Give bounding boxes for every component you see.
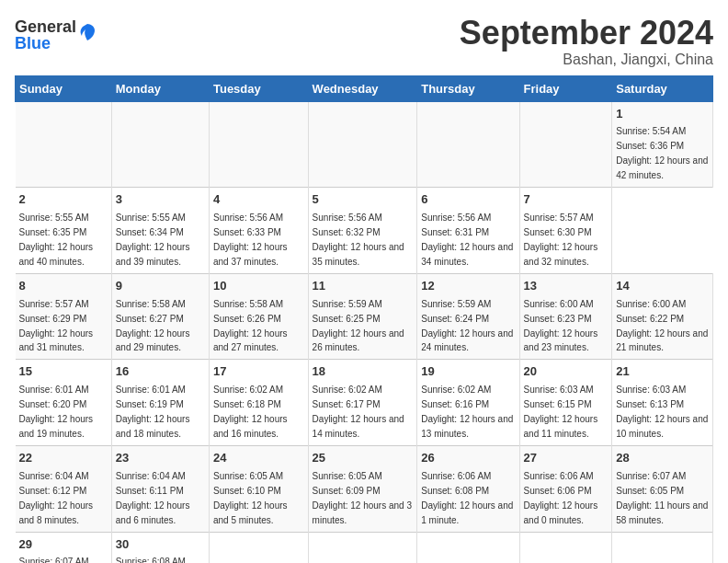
day-info: Sunrise: 5:59 AMSunset: 6:25 PMDaylight:…	[313, 299, 404, 353]
day-number: 5	[313, 191, 414, 209]
logo-bird-icon	[78, 22, 97, 44]
col-thursday: Thursday	[417, 75, 519, 101]
col-friday: Friday	[519, 75, 612, 101]
calendar-cell	[209, 532, 308, 563]
day-info: Sunrise: 6:01 AMSunset: 6:20 PMDaylight:…	[19, 385, 94, 439]
day-number: 28	[616, 450, 709, 467]
day-info: Sunrise: 5:57 AMSunset: 6:30 PMDaylight:…	[524, 213, 598, 267]
calendar-cell	[308, 101, 417, 188]
day-info: Sunrise: 6:06 AMSunset: 6:08 PMDaylight:…	[421, 471, 513, 525]
day-number: 26	[421, 450, 515, 467]
calendar-cell: 25Sunrise: 6:05 AMSunset: 6:09 PMDayligh…	[308, 445, 417, 532]
logo-blue: Blue	[15, 35, 76, 52]
calendar-cell	[519, 101, 612, 188]
day-info: Sunrise: 5:55 AMSunset: 6:34 PMDaylight:…	[116, 213, 190, 267]
calendar-cell: 12Sunrise: 5:59 AMSunset: 6:24 PMDayligh…	[417, 273, 519, 360]
day-number: 25	[313, 450, 414, 467]
month-title: September 2024	[460, 15, 713, 52]
col-saturday: Saturday	[612, 75, 713, 101]
calendar-cell: 23Sunrise: 6:04 AMSunset: 6:11 PMDayligh…	[111, 445, 209, 532]
day-info: Sunrise: 6:02 AMSunset: 6:17 PMDaylight:…	[313, 385, 404, 439]
calendar-cell: 3Sunrise: 5:55 AMSunset: 6:34 PMDaylight…	[111, 188, 209, 274]
day-number: 27	[524, 450, 609, 467]
week-row-5: 22Sunrise: 6:04 AMSunset: 6:12 PMDayligh…	[16, 445, 713, 532]
day-number: 15	[19, 363, 108, 381]
day-number: 17	[213, 363, 304, 381]
calendar-cell	[308, 532, 417, 563]
calendar-cell: 21Sunrise: 6:03 AMSunset: 6:13 PMDayligh…	[612, 360, 713, 446]
day-info: Sunrise: 6:00 AMSunset: 6:23 PMDaylight:…	[524, 299, 598, 353]
calendar-cell: 24Sunrise: 6:05 AMSunset: 6:10 PMDayligh…	[209, 445, 308, 532]
logo-text: General Blue	[15, 18, 76, 52]
day-number: 8	[19, 278, 108, 295]
calendar-cell: 8Sunrise: 5:57 AMSunset: 6:29 PMDaylight…	[16, 273, 112, 360]
day-info: Sunrise: 6:05 AMSunset: 6:09 PMDaylight:…	[313, 471, 412, 525]
day-number: 7	[524, 191, 609, 209]
day-info: Sunrise: 5:56 AMSunset: 6:33 PMDaylight:…	[213, 213, 288, 267]
day-number: 21	[616, 363, 709, 381]
day-number: 2	[19, 191, 108, 209]
col-wednesday: Wednesday	[308, 75, 417, 101]
calendar-cell	[111, 101, 209, 188]
day-number: 30	[116, 536, 205, 554]
calendar-cell: 5Sunrise: 5:56 AMSunset: 6:32 PMDaylight…	[308, 188, 417, 274]
day-number: 23	[116, 450, 205, 467]
day-info: Sunrise: 5:58 AMSunset: 6:27 PMDaylight:…	[116, 299, 190, 353]
day-info: Sunrise: 6:07 AMSunset: 6:04 PMDaylight:…	[19, 557, 94, 563]
day-number: 24	[213, 450, 304, 467]
day-number: 3	[116, 191, 205, 209]
day-number: 12	[421, 278, 515, 295]
week-row-6: 29Sunrise: 6:07 AMSunset: 6:04 PMDayligh…	[16, 532, 713, 563]
day-info: Sunrise: 6:00 AMSunset: 6:22 PMDaylight:…	[616, 299, 708, 353]
header-row: Sunday Monday Tuesday Wednesday Thursday…	[16, 75, 713, 101]
calendar-cell: 28Sunrise: 6:07 AMSunset: 6:05 PMDayligh…	[612, 445, 713, 532]
day-number: 9	[116, 278, 205, 295]
day-number: 10	[213, 278, 304, 295]
day-number: 19	[421, 363, 515, 381]
day-info: Sunrise: 6:04 AMSunset: 6:12 PMDaylight:…	[19, 471, 94, 525]
day-number: 6	[421, 191, 515, 209]
calendar-cell: 13Sunrise: 6:00 AMSunset: 6:23 PMDayligh…	[519, 273, 612, 360]
day-number: 16	[116, 363, 205, 381]
col-tuesday: Tuesday	[209, 75, 308, 101]
day-number: 13	[524, 278, 609, 295]
calendar-cell: 30Sunrise: 6:08 AMSunset: 6:03 PMDayligh…	[111, 532, 209, 563]
calendar-cell: 9Sunrise: 5:58 AMSunset: 6:27 PMDaylight…	[111, 273, 209, 360]
day-info: Sunrise: 6:03 AMSunset: 6:13 PMDaylight:…	[616, 385, 708, 439]
calendar-cell	[16, 101, 112, 188]
day-info: Sunrise: 6:01 AMSunset: 6:19 PMDaylight:…	[116, 385, 190, 439]
day-info: Sunrise: 5:57 AMSunset: 6:29 PMDaylight:…	[19, 299, 94, 353]
calendar-cell: 16Sunrise: 6:01 AMSunset: 6:19 PMDayligh…	[111, 360, 209, 446]
day-info: Sunrise: 6:02 AMSunset: 6:18 PMDaylight:…	[213, 385, 288, 439]
calendar-cell: 27Sunrise: 6:06 AMSunset: 6:06 PMDayligh…	[519, 445, 612, 532]
week-row-4: 15Sunrise: 6:01 AMSunset: 6:20 PMDayligh…	[16, 360, 713, 446]
day-info: Sunrise: 6:03 AMSunset: 6:15 PMDaylight:…	[524, 385, 598, 439]
calendar-cell	[417, 532, 519, 563]
day-info: Sunrise: 6:06 AMSunset: 6:06 PMDaylight:…	[524, 471, 598, 525]
calendar-cell: 10Sunrise: 5:58 AMSunset: 6:26 PMDayligh…	[209, 273, 308, 360]
day-info: Sunrise: 6:08 AMSunset: 6:03 PMDaylight:…	[116, 557, 190, 563]
day-number: 11	[313, 278, 414, 295]
day-info: Sunrise: 5:55 AMSunset: 6:35 PMDaylight:…	[19, 213, 94, 267]
day-number: 20	[524, 363, 609, 381]
day-number: 14	[616, 278, 709, 295]
calendar-cell: 19Sunrise: 6:02 AMSunset: 6:16 PMDayligh…	[417, 360, 519, 446]
day-number: 1	[616, 106, 709, 123]
calendar-cell	[612, 532, 713, 563]
logo: General Blue	[15, 18, 97, 52]
calendar-cell	[519, 532, 612, 563]
col-sunday: Sunday	[16, 75, 112, 101]
day-number: 4	[213, 191, 304, 209]
day-number: 29	[19, 536, 108, 554]
calendar-cell	[209, 101, 308, 188]
day-info: Sunrise: 6:05 AMSunset: 6:10 PMDaylight:…	[213, 471, 288, 525]
calendar-cell: 18Sunrise: 6:02 AMSunset: 6:17 PMDayligh…	[308, 360, 417, 446]
day-info: Sunrise: 5:56 AMSunset: 6:31 PMDaylight:…	[421, 213, 513, 267]
day-info: Sunrise: 5:56 AMSunset: 6:32 PMDaylight:…	[313, 213, 404, 267]
calendar-cell: 26Sunrise: 6:06 AMSunset: 6:08 PMDayligh…	[417, 445, 519, 532]
calendar-cell: 4Sunrise: 5:56 AMSunset: 6:33 PMDaylight…	[209, 188, 308, 274]
calendar-cell: 17Sunrise: 6:02 AMSunset: 6:18 PMDayligh…	[209, 360, 308, 446]
day-info: Sunrise: 5:59 AMSunset: 6:24 PMDaylight:…	[421, 299, 513, 353]
calendar-table: Sunday Monday Tuesday Wednesday Thursday…	[15, 75, 713, 563]
day-info: Sunrise: 6:07 AMSunset: 6:05 PMDaylight:…	[616, 471, 708, 525]
